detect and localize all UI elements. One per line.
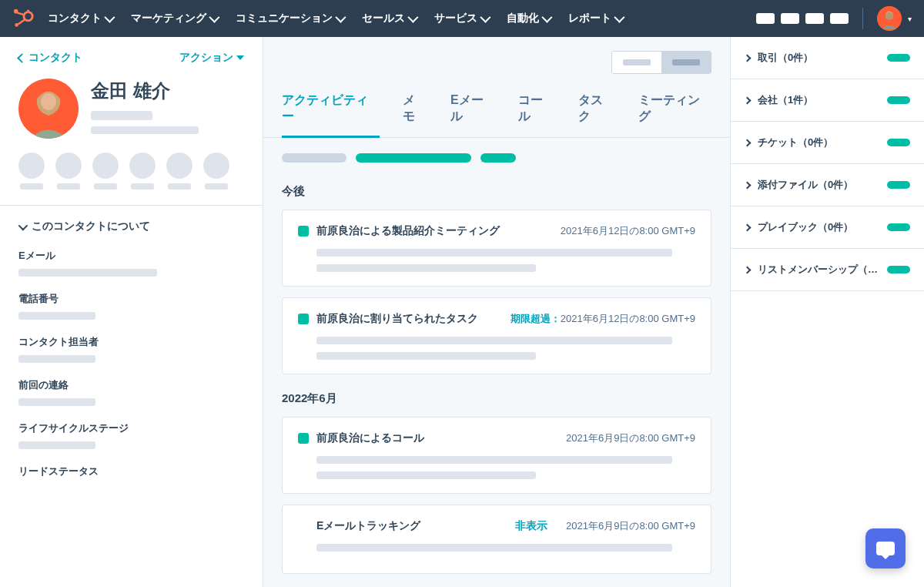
- field-label-lifecycle: ライフサイクルステージ: [18, 421, 244, 435]
- hide-link[interactable]: 非表示: [515, 519, 547, 533]
- nav-util-3[interactable]: [805, 13, 824, 24]
- filter-pill-active[interactable]: [356, 153, 471, 163]
- contact-subtitle-1: [91, 111, 152, 120]
- nav-util-1[interactable]: [756, 13, 775, 24]
- filter-pill[interactable]: [282, 153, 346, 163]
- card-timestamp: 2021年6月9日の8:00 GMT+9: [566, 431, 695, 445]
- section-upcoming: 今後: [263, 178, 730, 210]
- chevron-right-icon: [744, 223, 752, 231]
- chevron-right-icon: [744, 181, 752, 189]
- tab-emails[interactable]: Eメール: [450, 92, 495, 137]
- card-timestamp: 2021年6月9日の8:00 GMT+9: [566, 519, 695, 533]
- card-title: 前原良治に割り当てられたタスク: [316, 312, 503, 326]
- action-button-5[interactable]: [166, 153, 192, 190]
- action-button-6[interactable]: [203, 153, 229, 190]
- action-button-3[interactable]: [92, 153, 119, 190]
- tab-calls[interactable]: コール: [518, 92, 555, 137]
- chevron-down-icon: ▾: [908, 15, 912, 23]
- activity-card[interactable]: 前原良治による製品紹介ミーティング 2021年6月12日の8:00 GMT+9: [282, 210, 711, 287]
- divider: [862, 8, 863, 29]
- card-timestamp: 2021年6月12日の8:00 GMT+9: [561, 224, 695, 238]
- sidebar-item-lists[interactable]: リストメンバーシップ（1...: [731, 249, 924, 291]
- right-sidebar: 取引（0件） 会社（1件） チケット（0件） 添付ファイル（0件） プレイブック…: [730, 37, 924, 587]
- field-value[interactable]: [18, 312, 95, 320]
- sidebar-item-tickets[interactable]: チケット（0件）: [731, 122, 924, 164]
- svg-line-2: [18, 13, 25, 15]
- card-timestamp: 期限超過：2021年6月12日の8:00 GMT+9: [511, 312, 695, 326]
- sidebar-item-companies[interactable]: 会社（1件）: [731, 79, 924, 122]
- field-label-lead-status: リードステータス: [18, 465, 244, 478]
- card-title: 前原良治による製品紹介ミーティング: [316, 224, 553, 238]
- field-value[interactable]: [18, 441, 95, 449]
- svg-line-4: [18, 19, 25, 25]
- field-label-phone: 電話番号: [18, 292, 244, 306]
- field-label-last-contact: 前回の連絡: [18, 378, 244, 392]
- hubspot-logo[interactable]: [12, 8, 34, 29]
- about-contact-toggle[interactable]: このコンタクトについて: [18, 220, 244, 233]
- svg-point-10: [41, 93, 56, 110]
- back-to-contacts[interactable]: コンタクト: [18, 51, 82, 65]
- activity-feed: アクティビティー メモ Eメール コール タスク ミーティング 今後 前原良治に…: [263, 37, 730, 587]
- activity-card[interactable]: Eメールトラッキング 非表示 2021年6月9日の8:00 GMT+9: [282, 505, 711, 574]
- contact-avatar[interactable]: [18, 79, 79, 139]
- card-title: 前原良治によるコール: [316, 431, 558, 445]
- nav-automation[interactable]: 自動化: [507, 12, 550, 25]
- field-label-email: Eメール: [18, 249, 244, 263]
- top-navigation: コンタクト マーケティング コミュニケーション セールス サービス 自動化 レポ…: [0, 0, 924, 37]
- field-value[interactable]: [18, 355, 95, 363]
- nav-util-2[interactable]: [781, 13, 799, 24]
- view-toggle[interactable]: [611, 51, 711, 74]
- tab-tasks[interactable]: タスク: [578, 92, 615, 137]
- tab-notes[interactable]: メモ: [403, 92, 427, 137]
- nav-sales[interactable]: セールス: [362, 12, 416, 25]
- activity-card[interactable]: 前原良治に割り当てられたタスク 期限超過：2021年6月12日の8:00 GMT…: [282, 297, 711, 374]
- sidebar-item-playbooks[interactable]: プレイブック（0件）: [731, 206, 924, 249]
- actions-dropdown[interactable]: アクション: [179, 51, 244, 65]
- activity-card[interactable]: 前原良治によるコール 2021年6月9日の8:00 GMT+9: [282, 417, 711, 494]
- checkbox-icon[interactable]: [298, 226, 309, 236]
- tab-activity[interactable]: アクティビティー: [282, 92, 380, 138]
- action-button-2[interactable]: [55, 153, 82, 190]
- nav-contacts[interactable]: コンタクト: [48, 12, 112, 25]
- sidebar-item-attachments[interactable]: 添付ファイル（0件）: [731, 164, 924, 206]
- filter-pill-active[interactable]: [480, 153, 516, 163]
- left-sidebar: コンタクト アクション 金田 雄介 このコンタクトについて Eメール 電: [0, 37, 263, 587]
- nav-util-4[interactable]: [830, 13, 849, 24]
- chat-widget-button[interactable]: [865, 528, 906, 569]
- chevron-right-icon: [744, 266, 752, 273]
- contact-subtitle-2: [91, 126, 199, 134]
- divider: [0, 205, 263, 206]
- contact-name: 金田 雄介: [91, 79, 244, 103]
- nav-marketing[interactable]: マーケティング: [131, 12, 217, 25]
- checkbox-icon[interactable]: [298, 433, 309, 444]
- field-label-owner: コンタクト担当者: [18, 335, 244, 349]
- action-button-4[interactable]: [129, 153, 156, 190]
- checkbox-icon[interactable]: [298, 314, 309, 324]
- user-avatar[interactable]: [877, 6, 902, 31]
- action-button-1[interactable]: [18, 153, 45, 190]
- nav-service[interactable]: サービス: [434, 12, 488, 25]
- field-value[interactable]: [18, 398, 95, 406]
- chevron-right-icon: [744, 54, 752, 62]
- field-value[interactable]: [18, 269, 157, 277]
- chevron-right-icon: [744, 96, 752, 104]
- nav-communication[interactable]: コミュニケーション: [236, 12, 343, 25]
- card-title: Eメールトラッキング: [316, 519, 507, 533]
- sidebar-item-deals[interactable]: 取引（0件）: [731, 37, 924, 79]
- tab-meetings[interactable]: ミーティング: [638, 92, 711, 137]
- nav-reports[interactable]: レポート: [568, 12, 622, 25]
- section-june: 2022年6月: [263, 385, 730, 417]
- chevron-right-icon: [744, 139, 752, 146]
